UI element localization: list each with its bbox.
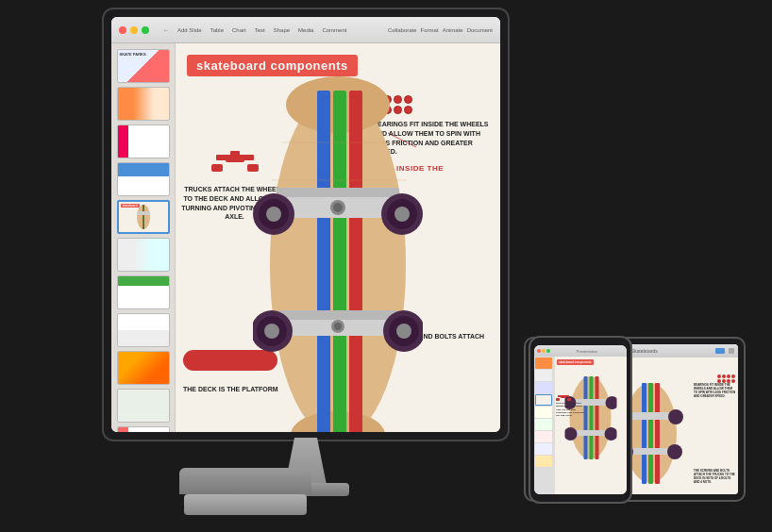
- maximize-button[interactable]: [142, 26, 149, 34]
- phone-slide-9[interactable]: [535, 456, 552, 467]
- phone-slide-4-active[interactable]: [535, 394, 552, 406]
- slide-thumb-9[interactable]: [117, 351, 170, 385]
- svg-rect-3: [137, 211, 150, 215]
- svg-rect-17: [333, 91, 346, 432]
- svg-point-37: [264, 324, 279, 339]
- mac-mini-base: [184, 494, 307, 515]
- slide-thumb-6[interactable]: [117, 238, 170, 272]
- phone-presentation-label: Presentation: [550, 349, 624, 354]
- phone-slide-2[interactable]: [535, 370, 552, 381]
- slide-thumb-8[interactable]: [117, 313, 170, 347]
- mac-mini-body: [179, 468, 311, 494]
- tablet-play-button[interactable]: [715, 348, 725, 354]
- svg-rect-43: [648, 383, 653, 484]
- toolbar-collaborate[interactable]: Collaborate: [388, 27, 417, 33]
- svg-rect-54: [596, 376, 599, 459]
- toolbar-add-slide[interactable]: Add Slide: [175, 26, 205, 34]
- phone-slide-1[interactable]: [535, 357, 552, 369]
- toolbar-comment[interactable]: Comment: [319, 26, 349, 34]
- slide-thumb-5-active[interactable]: skateboard: [117, 200, 170, 234]
- tablet-bearing-dots: [717, 374, 735, 383]
- phone-toolbar: Presentation: [534, 345, 627, 357]
- toolbar-chart[interactable]: Chart: [229, 26, 249, 34]
- phone-content: skateboard components: [534, 357, 627, 494]
- phone-slide-5[interactable]: [535, 407, 552, 418]
- svg-point-34: [334, 323, 342, 330]
- slide-thumb-11[interactable]: [117, 426, 170, 432]
- toolbar-animate[interactable]: Animate: [443, 27, 463, 33]
- svg-rect-18: [349, 91, 362, 432]
- svg-rect-16: [317, 91, 330, 432]
- svg-rect-32: [278, 310, 397, 320]
- phone-slide-8[interactable]: [535, 443, 552, 455]
- toolbar-items: ← Add Slide Table Chart Text Shape Media…: [160, 26, 384, 34]
- svg-rect-64: [567, 398, 571, 401]
- monitor-screen: ← Add Slide Table Chart Text Shape Media…: [111, 17, 500, 432]
- toolbar-right: Collaborate Format Animate Document: [388, 27, 493, 33]
- main-content-area: skateboard components TRUCKS ATTACH THE …: [176, 43, 500, 432]
- skateboard-illustration: [253, 67, 423, 432]
- slide-thumb-1[interactable]: SKATE PARKS: [117, 49, 170, 83]
- tablet-share-button[interactable]: [729, 348, 734, 354]
- phone-skateboard: [565, 371, 617, 469]
- phone-slide-6[interactable]: [535, 419, 552, 430]
- phone-trucks-text: TRUCKS ATTACH THE WHEELS TO THE DECK AND…: [556, 402, 586, 417]
- toolbar-media[interactable]: Media: [295, 26, 316, 34]
- skateboard-svg: [253, 67, 423, 432]
- tablet-screws-label: THE SCREWS AND BOLTS ATTACH THE TRUCKS T…: [694, 470, 736, 485]
- phone-slides-panel: [534, 357, 555, 494]
- svg-point-47: [668, 409, 683, 424]
- slide-thumb-4[interactable]: [117, 162, 170, 196]
- phone-slide-7[interactable]: [535, 431, 552, 442]
- phone-screen: Presentation skateboard components: [534, 345, 627, 494]
- phone-device: Presentation skateboard components: [529, 336, 632, 504]
- slide-thumb-10[interactable]: [117, 389, 170, 423]
- minimize-button[interactable]: [130, 26, 138, 34]
- slide-thumb-7[interactable]: [117, 275, 170, 309]
- svg-rect-53: [590, 376, 594, 459]
- toolbar-text[interactable]: Text: [252, 26, 268, 34]
- tablet-bearings-label: BEARINGS FIT INSIDE THE WHEELS AND ALLOW…: [694, 384, 736, 399]
- svg-rect-42: [642, 383, 646, 484]
- svg-rect-63: [556, 398, 560, 401]
- svg-point-30: [394, 207, 410, 222]
- slide-thumb-3[interactable]: [117, 125, 170, 158]
- slide-thumb-2[interactable]: [117, 87, 170, 121]
- svg-rect-6: [211, 164, 223, 172]
- toolbar-undo[interactable]: ←: [160, 26, 172, 34]
- svg-rect-22: [277, 188, 399, 197]
- slides-panel: SKATE PARKS skateboard: [111, 43, 176, 432]
- svg-point-27: [266, 207, 281, 222]
- window-controls[interactable]: [119, 26, 149, 34]
- inside-the-label: INSIDE THE: [396, 164, 444, 173]
- toolbar-format[interactable]: Format: [421, 27, 439, 33]
- phone-main-content: skateboard components: [555, 357, 627, 494]
- phone-title-tag: skateboard components: [557, 359, 594, 365]
- svg-rect-44: [655, 383, 660, 484]
- toolbar-shape[interactable]: Shape: [271, 26, 293, 34]
- svg-point-50: [667, 444, 682, 459]
- close-button[interactable]: [119, 26, 126, 34]
- svg-point-40: [396, 324, 411, 339]
- svg-point-24: [333, 203, 343, 212]
- svg-rect-62: [558, 395, 569, 397]
- toolbar-table[interactable]: Table: [208, 26, 227, 34]
- phone-close: [537, 349, 541, 353]
- toolbar-document[interactable]: Document: [467, 27, 493, 33]
- svg-rect-52: [584, 376, 588, 459]
- svg-rect-8: [230, 151, 240, 160]
- app-toolbar[interactable]: ← Add Slide Table Chart Text Shape Media…: [111, 17, 500, 43]
- phone-min: [542, 349, 545, 353]
- phone-slide-3[interactable]: [535, 382, 552, 393]
- main-monitor: ← Add Slide Table Chart Text Shape Media…: [102, 8, 510, 441]
